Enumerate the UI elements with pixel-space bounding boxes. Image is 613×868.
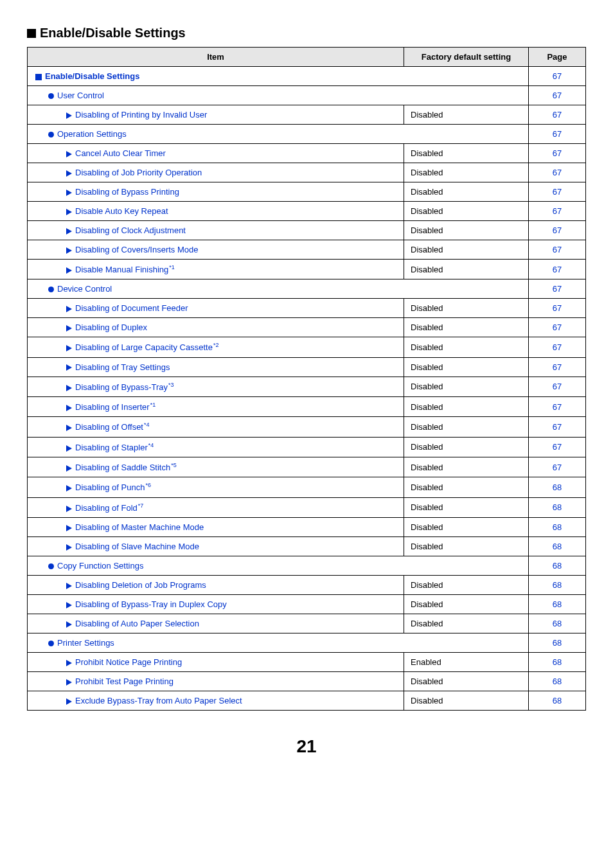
item-cell: Disabling of Fold*7	[28, 497, 404, 517]
page-link[interactable]: 68	[529, 575, 586, 594]
default-cell: Disabled	[404, 221, 529, 240]
page-link[interactable]: 67	[529, 260, 586, 279]
item-icon	[66, 544, 72, 551]
item-link[interactable]: Disable Auto Key Repeat	[75, 206, 168, 216]
page-link[interactable]: 67	[529, 437, 586, 457]
item-link[interactable]: Disabling of Job Priority Operation	[75, 168, 202, 177]
item-link[interactable]: Printer Settings	[57, 638, 114, 648]
page-link[interactable]: 67	[529, 279, 586, 299]
item-cell: Disabling of Slave Machine Mode	[28, 536, 404, 556]
page-link[interactable]: 67	[529, 337, 586, 357]
group-icon	[48, 563, 54, 569]
settings-table: Item Factory default setting Page Enable…	[27, 47, 586, 711]
item-icon	[66, 660, 72, 666]
item-cell: Disabling of Bypass-Tray in Duplex Copy	[28, 594, 404, 614]
item-icon	[66, 325, 72, 332]
page-link[interactable]: 67	[529, 357, 586, 376]
item-link[interactable]: Disabling Deletion of Job Programs	[75, 580, 206, 590]
item-link[interactable]: Disabling of Saddle Stitch	[75, 463, 170, 472]
page-link[interactable]: 67	[529, 67, 586, 86]
page-link[interactable]: 67	[529, 125, 586, 144]
item-link[interactable]: Disabling of Covers/Inserts Mode	[75, 245, 198, 254]
item-link[interactable]: Cancel Auto Clear Timer	[75, 148, 166, 158]
page-link[interactable]: 67	[529, 240, 586, 260]
item-link[interactable]: Enable/Disable Settings	[45, 71, 139, 81]
page-link[interactable]: 68	[529, 594, 586, 614]
default-cell: Disabled	[404, 437, 529, 457]
item-icon	[66, 679, 72, 686]
item-link[interactable]: Disabling of Slave Machine Mode	[75, 542, 199, 551]
item-link[interactable]: Copy Function Settings	[57, 561, 143, 571]
page-link[interactable]: 67	[529, 221, 586, 240]
item-link[interactable]: Disabling of Offset	[75, 423, 143, 432]
table-row: Disabling of Master Machine ModeDisabled…	[28, 517, 586, 536]
page-link[interactable]: 68	[529, 556, 586, 575]
item-cell: Prohibit Test Page Printing	[28, 671, 404, 691]
page-link[interactable]: 68	[529, 652, 586, 671]
default-cell: Disabled	[404, 163, 529, 182]
table-row: Disabling of Stapler*4Disabled67	[28, 437, 586, 457]
item-icon	[66, 698, 72, 705]
item-link[interactable]: Disabling of Bypass-Tray	[75, 382, 168, 392]
item-link[interactable]: Device Control	[57, 284, 112, 294]
item-link[interactable]: Exclude Bypass-Tray from Auto Paper Sele…	[75, 696, 242, 705]
page-link[interactable]: 68	[529, 614, 586, 633]
item-link[interactable]: Prohibit Test Page Printing	[75, 677, 173, 686]
item-link[interactable]: Disabling of Bypass Printing	[75, 187, 179, 197]
page-link[interactable]: 67	[529, 182, 586, 202]
page-link[interactable]: 68	[529, 497, 586, 517]
item-cell: Disabling of Printing by Invalid User	[28, 105, 404, 125]
page-link[interactable]: 68	[529, 671, 586, 691]
page-link[interactable]: 67	[529, 396, 586, 416]
item-link[interactable]: Disabling of Punch	[75, 483, 145, 493]
item-cell: Disabling Deletion of Job Programs	[28, 575, 404, 594]
page-link[interactable]: 67	[529, 299, 586, 318]
table-row: Disabling of Offset*4Disabled67	[28, 417, 586, 437]
item-link[interactable]: Disabling of Duplex	[75, 323, 147, 332]
page-link[interactable]: 67	[529, 105, 586, 125]
item-link[interactable]: Disabling of Large Capacity Cassette	[75, 343, 213, 353]
item-link[interactable]: Disabling of Tray Settings	[75, 362, 170, 372]
table-row: Disabling of Printing by Invalid UserDis…	[28, 105, 586, 125]
page-link[interactable]: 67	[529, 163, 586, 182]
page-link[interactable]: 68	[529, 536, 586, 556]
item-link[interactable]: Disabling of Master Machine Mode	[75, 522, 204, 532]
default-cell: Disabled	[404, 260, 529, 279]
item-link[interactable]: Prohibit Notice Page Printing	[75, 657, 182, 667]
section-title-text: Enable/Disable Settings	[40, 26, 186, 40]
item-link[interactable]: Disabling of Inserter	[75, 402, 150, 412]
item-link[interactable]: Disabling of Printing by Invalid User	[75, 110, 207, 120]
item-cell: Printer Settings	[28, 633, 529, 652]
table-row: Disabling of Inserter*1Disabled67	[28, 396, 586, 416]
page-link[interactable]: 67	[529, 86, 586, 105]
default-cell: Disabled	[404, 517, 529, 536]
default-cell: Disabled	[404, 144, 529, 163]
item-icon	[66, 485, 72, 492]
table-row: Disabling of Saddle Stitch*5Disabled67	[28, 457, 586, 477]
item-link[interactable]: Disabling of Auto Paper Selection	[75, 619, 199, 628]
page-link[interactable]: 68	[529, 517, 586, 536]
page-link[interactable]: 68	[529, 691, 586, 710]
item-link[interactable]: Disabling of Fold	[75, 503, 138, 513]
page-link[interactable]: 67	[529, 376, 586, 396]
item-link[interactable]: Disable Manual Finishing	[75, 265, 168, 274]
item-link[interactable]: Disabling of Bypass-Tray in Duplex Copy	[75, 599, 227, 609]
item-link[interactable]: Disabling of Clock Adjustment	[75, 226, 186, 235]
page-link[interactable]: 68	[529, 633, 586, 652]
table-row: Device Control67	[28, 279, 586, 299]
table-row: Printer Settings68	[28, 633, 586, 652]
item-link[interactable]: Disabling of Stapler	[75, 443, 148, 452]
page-link[interactable]: 67	[529, 202, 586, 221]
item-link[interactable]: Operation Settings	[57, 129, 127, 139]
col-item: Item	[28, 48, 404, 67]
item-link[interactable]: User Control	[57, 91, 104, 100]
page-link[interactable]: 67	[529, 457, 586, 477]
page-link[interactable]: 67	[529, 144, 586, 163]
page-link[interactable]: 67	[529, 318, 586, 337]
item-icon	[66, 170, 72, 177]
page-link[interactable]: 68	[529, 477, 586, 497]
item-cell: Disabling of Duplex	[28, 318, 404, 337]
group-icon	[48, 287, 54, 292]
page-link[interactable]: 67	[529, 417, 586, 437]
item-link[interactable]: Disabling of Document Feeder	[75, 303, 188, 313]
